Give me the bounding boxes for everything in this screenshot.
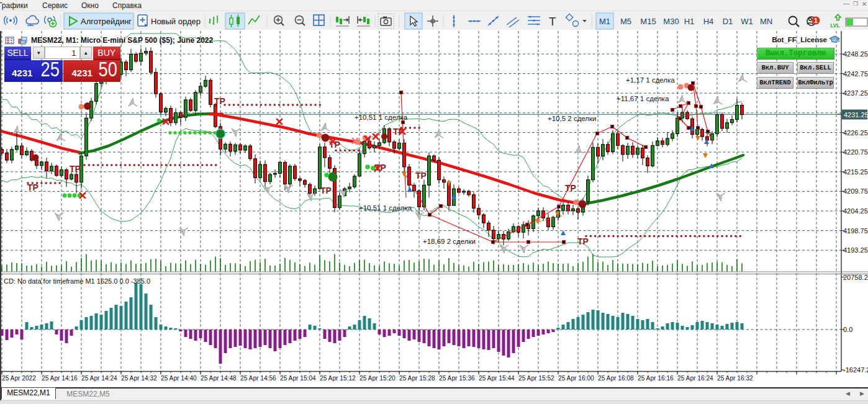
svg-text:25 Apr 15:28: 25 Apr 15:28 bbox=[399, 375, 435, 382]
svg-text:25 Apr 14:48: 25 Apr 14:48 bbox=[201, 375, 237, 382]
svg-text:M30: M30 bbox=[663, 17, 679, 26]
svg-text:-16247.2: -16247.2 bbox=[843, 366, 868, 374]
svg-text:4209.75: 4209.75 bbox=[843, 187, 868, 195]
svg-text:25 Apr 16:00: 25 Apr 16:00 bbox=[558, 375, 594, 382]
svg-text:H4: H4 bbox=[703, 17, 714, 26]
svg-text:TP: TP bbox=[320, 186, 332, 195]
svg-text:25 Apr 14:56: 25 Apr 14:56 bbox=[240, 375, 276, 382]
svg-text:25 Apr 14:16: 25 Apr 14:16 bbox=[42, 375, 78, 382]
svg-text:TP: TP bbox=[214, 96, 225, 106]
svg-text:M5: M5 bbox=[620, 17, 631, 26]
svg-text:D1: D1 bbox=[723, 17, 733, 26]
svg-text:4193.25: 4193.25 bbox=[843, 246, 868, 254]
svg-text:25 Apr 14:24: 25 Apr 14:24 bbox=[81, 375, 117, 382]
svg-text:25 Apr 2022: 25 Apr 2022 bbox=[2, 375, 36, 382]
svg-text:25 Apr 16:32: 25 Apr 16:32 bbox=[717, 375, 753, 382]
svg-text:25 Apr 16:16: 25 Apr 16:16 bbox=[638, 375, 674, 382]
svg-text:Новый ордер: Новый ордер bbox=[151, 17, 201, 26]
svg-text:T: T bbox=[549, 15, 556, 28]
svg-text:20758.2: 20758.2 bbox=[843, 274, 868, 281]
svg-text:Алготрейдинг: Алготрейдинг bbox=[81, 17, 132, 26]
svg-text:25 Apr 15:44: 25 Apr 15:44 bbox=[479, 375, 515, 382]
svg-text:MN: MN bbox=[760, 17, 772, 26]
svg-text:MESM22, M1: Micro E-mini S&P: MESM22, M1: Micro E-mini S&P 500 ($5); J… bbox=[31, 36, 214, 45]
svg-text:25 Apr 15:52: 25 Apr 15:52 bbox=[518, 375, 554, 382]
svg-text:H1: H1 bbox=[684, 17, 695, 26]
svg-text:4220.75: 4220.75 bbox=[843, 148, 868, 156]
svg-text:+10,51 1 сделка: +10,51 1 сделка bbox=[355, 114, 408, 121]
svg-text:25 Apr 14:32: 25 Apr 14:32 bbox=[121, 375, 157, 382]
svg-text:25 Apr 14:40: 25 Apr 14:40 bbox=[161, 375, 197, 382]
svg-text:4215.25: 4215.25 bbox=[843, 168, 868, 176]
svg-text:TP: TP bbox=[577, 236, 589, 246]
svg-text:TP: TP bbox=[70, 164, 81, 174]
svg-text:1: 1 bbox=[814, 17, 818, 24]
svg-text:+10,5 2 сделки: +10,5 2 сделки bbox=[548, 115, 597, 122]
svg-text:4237.25: 4237.25 bbox=[843, 89, 868, 97]
svg-text:M15: M15 bbox=[640, 17, 656, 26]
svg-text:4242.75: 4242.75 bbox=[843, 70, 868, 78]
svg-text:4198.75: 4198.75 bbox=[843, 227, 868, 235]
svg-text:TP: TP bbox=[27, 182, 38, 192]
svg-text:TP: TP bbox=[415, 171, 427, 181]
svg-text:25 Apr 15:04: 25 Apr 15:04 bbox=[280, 375, 316, 382]
svg-text:25 Apr 15:12: 25 Apr 15:12 bbox=[320, 375, 356, 382]
svg-text:+1,17 1 сделка: +1,17 1 сделка bbox=[626, 76, 675, 84]
svg-text:25 Apr 15:36: 25 Apr 15:36 bbox=[439, 375, 475, 382]
svg-text:M1: M1 bbox=[599, 17, 610, 26]
svg-text:25 Apr 15:20: 25 Apr 15:20 bbox=[359, 375, 396, 382]
svg-text:4248.25: 4248.25 bbox=[843, 50, 868, 58]
svg-text:4226.25: 4226.25 bbox=[843, 129, 868, 137]
svg-text:Bot_FF_License: Bot_FF_License bbox=[772, 36, 827, 43]
svg-text:25 Apr 16:24: 25 Apr 16:24 bbox=[677, 375, 713, 382]
svg-text:CD: No data for timeframe M1 1: CD: No data for timeframe M1 1625.0 0.0 … bbox=[4, 277, 150, 285]
svg-text:0.0: 0.0 bbox=[843, 326, 852, 333]
svg-text:+11,67 1 сделка: +11,67 1 сделка bbox=[617, 95, 669, 102]
svg-text:25 Apr 16:08: 25 Apr 16:08 bbox=[598, 375, 634, 382]
svg-text:+10,51 1 сделка: +10,51 1 сделка bbox=[359, 204, 412, 212]
svg-text:4231.25: 4231.25 bbox=[844, 111, 868, 119]
svg-text:4204.25: 4204.25 bbox=[843, 207, 868, 215]
svg-text:W1: W1 bbox=[741, 17, 753, 26]
svg-text:LVL: LVL bbox=[830, 22, 839, 29]
svg-text:+18,69 2 сделки: +18,69 2 сделки bbox=[423, 238, 476, 245]
